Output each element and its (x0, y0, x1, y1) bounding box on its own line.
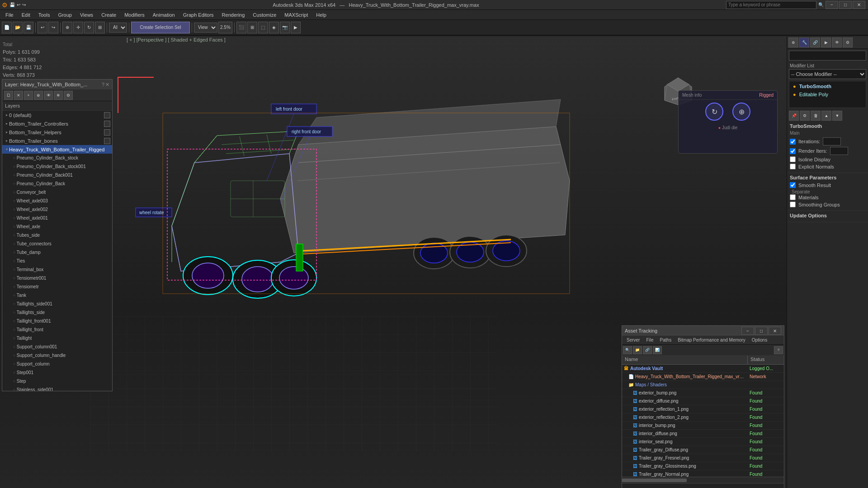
asset-row[interactable]: 📄Heavy_Truck_With_Bottom_Trailer_Rigged_… (622, 373, 784, 381)
menu-item-file[interactable]: File (2, 11, 17, 19)
isoline-checkbox[interactable] (790, 156, 796, 162)
layer-item[interactable]: ○Taillights_side001 (2, 300, 112, 308)
layer-item[interactable]: ○Taillight_front (2, 325, 112, 334)
view-select[interactable]: View (194, 23, 217, 33)
layer-item[interactable]: ○Support_column_handle (2, 351, 112, 360)
toolbar-material[interactable]: ◈ (269, 22, 279, 33)
layer-item[interactable]: ○Tube_damp (2, 248, 112, 257)
menu-item-modifiers[interactable]: Modifiers (121, 11, 148, 19)
layer-visibility-checkbox[interactable] (104, 121, 110, 127)
mod-configure-btn[interactable]: ⚙ (800, 111, 810, 121)
asset-tb4[interactable]: 📊 (653, 346, 662, 354)
asset-row[interactable]: 🖼exterior_reflection_2.pngFound (622, 413, 784, 422)
layer-item[interactable]: ○Tensiometr (2, 282, 112, 291)
mod-delete-btn[interactable]: 🗑 (811, 111, 821, 121)
rp-motion-btn[interactable]: ▶ (821, 38, 831, 47)
rp-display-btn[interactable]: 👁 (832, 38, 842, 47)
layers-hide-btn[interactable]: 👁 (44, 91, 53, 100)
asset-menu-options[interactable]: Options (749, 337, 770, 343)
menu-item-animation[interactable]: Animation (149, 11, 179, 19)
layer-item[interactable]: ○Support_column001 (2, 343, 112, 351)
menu-item-views[interactable]: Views (76, 11, 97, 19)
layer-item[interactable]: ○Step001 (2, 368, 112, 377)
toolbar-scale[interactable]: ⊞ (95, 22, 105, 33)
asset-minimize-btn[interactable]: − (741, 327, 754, 335)
rp-modify-btn[interactable]: 🔧 (799, 38, 809, 47)
asset-row[interactable]: 🖼interior_diffuse.pngFound (622, 430, 784, 438)
asset-row[interactable]: 🖼exterior_bump.pngFound (622, 389, 784, 397)
toolbar-save[interactable]: 💾 (24, 22, 33, 33)
asset-row[interactable]: 🖼Trailer_gray_Normal.pngFound (622, 470, 784, 477)
layer-item[interactable]: ○Stainless_side001 (2, 385, 112, 391)
layer-item[interactable]: ○Tensiometr001 (2, 274, 112, 282)
layer-item[interactable]: ○Step (2, 377, 112, 385)
asset-close-btn[interactable]: ✕ (769, 327, 781, 335)
menu-item-group[interactable]: Group (54, 11, 75, 19)
toolbar-rotate[interactable]: ↻ (84, 22, 94, 33)
render-iters-input[interactable]: 2 (830, 147, 848, 155)
explicit-checkbox[interactable] (790, 164, 796, 169)
iterations-input[interactable]: 0 (823, 137, 841, 145)
layer-item[interactable]: ○Pneumo_Cylinder_Back_stock001 (2, 162, 112, 171)
layer-item[interactable]: ○Wheel_axle003 (2, 197, 112, 205)
mod-movedown-btn[interactable]: ▼ (832, 111, 842, 121)
all-select[interactable]: All (109, 23, 127, 33)
close-button[interactable]: ✕ (853, 1, 865, 9)
layer-item[interactable]: ○Conveyor_belt (2, 188, 112, 197)
layer-visibility-checkbox[interactable] (104, 129, 110, 136)
layer-item[interactable]: ○Tube_connectors (2, 239, 112, 248)
asset-menu-server[interactable]: Server (624, 337, 642, 343)
toolbar-redo[interactable]: ↪ (48, 22, 58, 33)
asset-row[interactable]: 🖼exterior_reflection_1.pngFound (622, 405, 784, 413)
layer-item[interactable]: ▸Bottom_Trailer_Controllers (2, 119, 112, 128)
toolbar-undo[interactable]: ↩ (38, 22, 47, 33)
toolbar-render-setup[interactable]: 📷 (280, 22, 290, 33)
asset-list[interactable]: 🏛Autodesk VaultLogged O...📄Heavy_Truck_W… (622, 365, 784, 477)
asset-scrollbar[interactable] (622, 477, 784, 483)
layer-item[interactable]: ○Pneumo_Cylinder_Back001 (2, 171, 112, 179)
asset-row[interactable]: 🖼Trailer_gray_Fresnel.pngFound (622, 454, 784, 462)
asset-help-btn[interactable]: ? (774, 346, 783, 354)
toolbar-select[interactable]: ⊕ (62, 22, 72, 33)
modifier-list-dropdown[interactable]: -- Choose Modifier -- (789, 69, 866, 79)
toolbar-move[interactable]: ✛ (73, 22, 83, 33)
asset-tb2[interactable]: 📁 (633, 346, 642, 354)
menu-item-help[interactable]: Help (312, 11, 330, 19)
layer-visibility-checkbox[interactable] (104, 138, 110, 144)
asset-menu-file[interactable]: File (643, 337, 656, 343)
object-name-field[interactable]: body_part_1 (789, 51, 866, 61)
layers-new-btn[interactable]: 🗋 (4, 91, 13, 100)
layer-item[interactable]: ○Taillight_front001 (2, 317, 112, 325)
layer-item[interactable]: ▸Bottom_Trailer_bones (2, 136, 112, 145)
quick-access-redo[interactable]: ↪ (22, 2, 26, 7)
layers-add-btn[interactable]: + (24, 91, 33, 100)
iterations-checkbox[interactable] (790, 139, 796, 145)
create-selection-btn[interactable]: Create Selection Sel (131, 22, 190, 33)
layers-select-btn[interactable]: ⊕ (34, 91, 43, 100)
mod-moveup-btn[interactable]: ▲ (821, 111, 831, 121)
layer-item[interactable]: ○Pneumo_Cylinder_Back (2, 179, 112, 188)
menu-item-tools[interactable]: Tools (35, 11, 54, 19)
layer-item[interactable]: ○Ties (2, 257, 112, 265)
layers-help-btn[interactable]: ? (102, 82, 104, 88)
asset-row[interactable]: 🏛Autodesk VaultLogged O... (622, 365, 784, 373)
menu-item-rendering[interactable]: Rendering (218, 11, 249, 19)
asset-maximize-btn[interactable]: □ (755, 327, 768, 335)
toolbar-render[interactable]: ▶ (291, 22, 301, 33)
layer-item[interactable]: ○Wheel_axle001 (2, 214, 112, 222)
layers-settings-btn[interactable]: ⚙ (64, 91, 73, 100)
menu-item-graph-editors[interactable]: Graph Editors (179, 11, 217, 19)
layer-item[interactable]: ▸Bottom_Trailer_Helpers (2, 128, 112, 136)
materials-checkbox[interactable] (790, 194, 796, 200)
layer-item[interactable]: ▸0 (default) (2, 111, 112, 119)
layers-freeze-btn[interactable]: ❄ (54, 91, 63, 100)
asset-scroll-thumb[interactable] (622, 479, 687, 482)
layer-item[interactable]: ○Support_column (2, 360, 112, 368)
zoom-btn[interactable]: 2.5% (218, 22, 232, 33)
layer-item[interactable]: ○Tubes_side (2, 231, 112, 239)
asset-menu-bitmap-performance-and-memory[interactable]: Bitmap Performance and Memory (675, 337, 748, 343)
menu-item-customize[interactable]: Customize (249, 11, 280, 19)
toolbar-array[interactable]: ⊞ (247, 22, 257, 33)
layer-item[interactable]: ○Taillights_side (2, 308, 112, 317)
minimize-button[interactable]: − (826, 1, 838, 9)
